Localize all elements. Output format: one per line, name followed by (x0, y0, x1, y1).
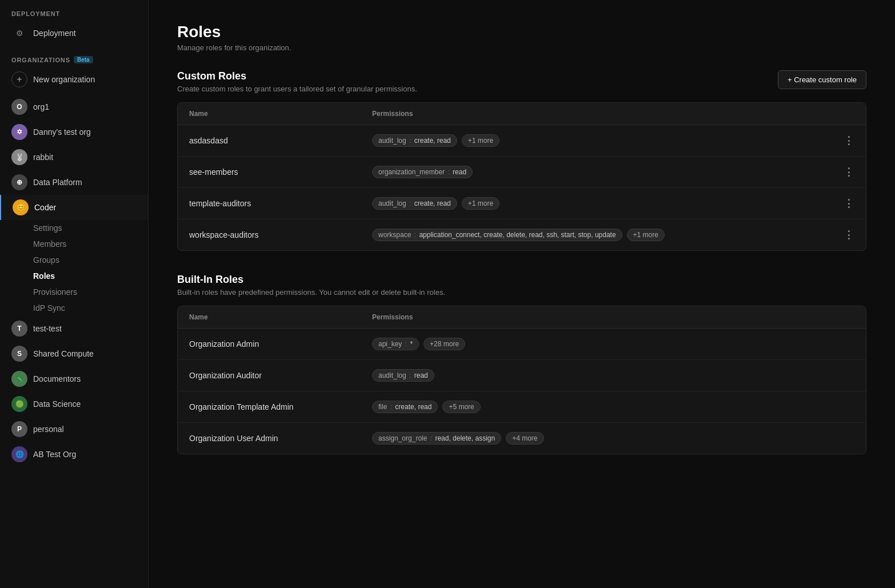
page-title: Roles (177, 23, 866, 41)
avatar-personal: P (11, 421, 27, 437)
custom-roles-desc: Create custom roles to grant users a tai… (177, 85, 417, 93)
permissions-cell: workspace : application_connect, create,… (372, 229, 820, 241)
builtin-roles-title: Built-In Roles (177, 274, 445, 286)
custom-roles-header-left: Custom Roles Create custom roles to gran… (177, 70, 417, 93)
builtin-roles-section-header: Built-In Roles Built-in roles have prede… (177, 274, 866, 297)
sidebar-sub-item-settings[interactable]: Settings (0, 220, 148, 236)
permission-badge: workspace : application_connect, create,… (372, 229, 622, 241)
permissions-cell: audit_log : create, read+1 more (372, 197, 820, 210)
sidebar-item-data-platform[interactable]: ⊕ Data Platform (0, 170, 148, 195)
avatar-shared-compute: S (11, 346, 27, 362)
builtin-col-name: Name (189, 313, 372, 321)
row-menu-button[interactable]: ⋮ (820, 229, 854, 241)
table-row: Organization Auditoraudit_log : read (178, 360, 866, 391)
custom-roles-table-header: Name Permissions (178, 103, 866, 125)
org-label-personal: personal (33, 425, 64, 434)
sidebar-sub-item-idp-sync[interactable]: IdP Sync (0, 300, 148, 316)
row-menu-button[interactable]: ⋮ (820, 197, 854, 210)
sidebar-sub-item-provisioners[interactable]: Provisioners (0, 284, 148, 300)
deployment-label: Deployment (33, 29, 76, 38)
builtin-roles-desc: Built-in roles have predefined permissio… (177, 288, 445, 297)
gear-icon: ⚙ (11, 25, 27, 41)
sidebar: DEPLOYMENT ⚙ Deployment ORGANIZATIONS Be… (0, 0, 149, 588)
avatar-data-science: 🟢 (11, 396, 27, 412)
sidebar-item-deployment[interactable]: ⚙ Deployment (0, 21, 148, 46)
more-permissions-badge[interactable]: +4 more (506, 432, 544, 445)
builtin-roles-header-left: Built-In Roles Built-in roles have prede… (177, 274, 445, 297)
permission-badge: audit_log : create, read (372, 197, 457, 210)
permissions-cell: assign_org_role : read, delete, assign+4… (372, 432, 820, 445)
beta-badge: Beta (74, 56, 93, 63)
org-list: O org1 ✡ Danny's test org 🐰 rabbit ⊕ Dat… (0, 92, 148, 467)
permissions-cell: api_key : *+28 more (372, 338, 820, 350)
sidebar-item-org1[interactable]: O org1 (0, 94, 148, 119)
row-menu-button[interactable]: ⋮ (820, 134, 854, 147)
sidebar-sub-item-members[interactable]: Members (0, 236, 148, 252)
more-permissions-badge[interactable]: +28 more (423, 338, 465, 350)
org-label-data-platform: Data Platform (33, 178, 82, 187)
table-row: Organization Template Adminfile : create… (178, 391, 866, 423)
permission-badge: audit_log : create, read (372, 134, 457, 147)
org-label-dannys-test-org: Danny's test org (33, 127, 91, 137)
permissions-cell: file : create, read+5 more (372, 401, 820, 413)
custom-roles-title: Custom Roles (177, 70, 417, 82)
role-name: workspace-auditors (189, 230, 372, 239)
custom-col-name: Name (189, 110, 372, 118)
custom-col-permissions: Permissions (372, 110, 820, 118)
sidebar-item-documentors[interactable]: 🦎 Documentors (0, 366, 148, 391)
plus-icon: + (11, 71, 27, 87)
page-subtitle: Manage roles for this organization. (177, 43, 866, 52)
table-row: workspace-auditorsworkspace : applicatio… (178, 219, 866, 250)
organizations-section-label: ORGANIZATIONS (11, 57, 70, 63)
org-label-coder: Coder (34, 203, 56, 212)
org-label-org1: org1 (33, 102, 49, 111)
create-custom-role-button[interactable]: + Create custom role (778, 70, 866, 89)
more-permissions-badge[interactable]: +1 more (462, 197, 500, 210)
custom-roles-rows: asdasdasdaudit_log : create, read+1 more… (178, 125, 866, 250)
avatar-documentors: 🦎 (11, 371, 27, 387)
org-label-shared-compute: Shared Compute (33, 349, 94, 358)
avatar-org1: O (11, 99, 27, 115)
custom-roles-section-header: Custom Roles Create custom roles to gran… (177, 70, 866, 93)
avatar-data-platform: ⊕ (11, 174, 27, 190)
more-permissions-badge[interactable]: +5 more (442, 401, 480, 413)
deployment-section-label: DEPLOYMENT (0, 0, 148, 21)
table-row: template-auditorsaudit_log : create, rea… (178, 188, 866, 219)
more-permissions-badge[interactable]: +1 more (627, 229, 665, 241)
sidebar-item-test-test[interactable]: T test-test (0, 316, 148, 341)
sidebar-item-personal[interactable]: P personal (0, 417, 148, 442)
avatar-coder: 😊 (13, 199, 29, 215)
role-name: see-members (189, 167, 372, 177)
sidebar-item-ab-test-org[interactable]: 🌐 AB Test Org (0, 442, 148, 467)
sidebar-sub-item-groups[interactable]: Groups (0, 252, 148, 268)
avatar-test-test: T (11, 321, 27, 337)
sidebar-sub-item-roles[interactable]: Roles (0, 268, 148, 284)
role-name: Organization Template Admin (189, 402, 372, 411)
permissions-cell: organization_member : read (372, 166, 820, 178)
builtin-roles-rows: Organization Adminapi_key : *+28 moreOrg… (178, 329, 866, 454)
sidebar-item-data-science[interactable]: 🟢 Data Science (0, 391, 148, 417)
sidebar-item-shared-compute[interactable]: S Shared Compute (0, 341, 148, 366)
sidebar-item-rabbit[interactable]: 🐰 rabbit (0, 145, 148, 170)
permission-badge: organization_member : read (372, 166, 473, 178)
org-label-rabbit: rabbit (33, 153, 53, 162)
permission-badge: api_key : * (372, 338, 419, 350)
avatar-dannys-test-org: ✡ (11, 124, 27, 140)
table-row: asdasdasdaudit_log : create, read+1 more… (178, 125, 866, 157)
custom-roles-table: Name Permissions asdasdasdaudit_log : cr… (177, 102, 866, 251)
sidebar-item-new-org[interactable]: + New organization (0, 67, 148, 92)
builtin-col-permissions: Permissions (372, 313, 820, 321)
sidebar-item-dannys-test-org[interactable]: ✡ Danny's test org (0, 119, 148, 145)
org-label-test-test: test-test (33, 324, 62, 333)
sidebar-item-coder[interactable]: 😊 Coder (0, 195, 148, 220)
permissions-cell: audit_log : create, read+1 more (372, 134, 820, 147)
permissions-cell: audit_log : read (372, 369, 820, 382)
role-name: Organization Admin (189, 339, 372, 349)
more-permissions-badge[interactable]: +1 more (462, 134, 500, 147)
main-content: Roles Manage roles for this organization… (149, 0, 895, 588)
org-label-ab-test-org: AB Test Org (33, 450, 76, 459)
row-menu-button[interactable]: ⋮ (820, 166, 854, 178)
table-row: Organization Adminapi_key : *+28 more (178, 329, 866, 360)
role-name: asdasdasd (189, 136, 372, 145)
permission-badge: audit_log : read (372, 369, 434, 382)
